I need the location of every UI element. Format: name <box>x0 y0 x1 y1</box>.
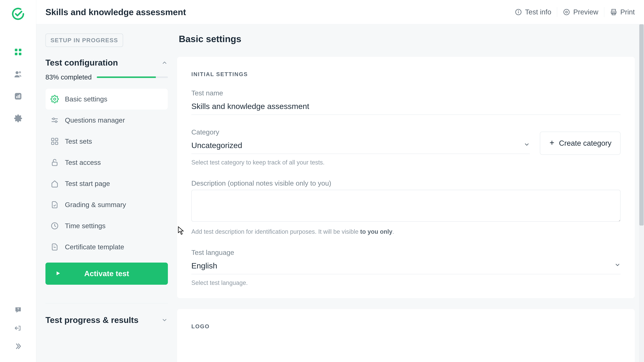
create-category-label: Create category <box>559 139 612 148</box>
svg-rect-24 <box>55 138 58 141</box>
svg-rect-8 <box>18 95 18 98</box>
rail-expand-icon[interactable] <box>0 337 36 355</box>
gear-icon <box>50 95 59 103</box>
nav-test-start-page[interactable]: Test start page <box>46 173 168 194</box>
test-progress-results-title: Test progress & results <box>46 315 138 325</box>
test-name-label: Test name <box>191 89 620 97</box>
svg-point-4 <box>16 71 18 74</box>
description-help: Add test description for identification … <box>191 228 620 235</box>
progress-fill <box>97 76 156 78</box>
category-label: Category <box>191 128 530 136</box>
nav-time-settings-label: Time settings <box>65 222 106 230</box>
file-check-icon <box>50 200 59 209</box>
svg-marker-29 <box>57 272 60 275</box>
svg-rect-3 <box>19 53 21 55</box>
left-rail: ? <box>0 0 36 362</box>
svg-rect-7 <box>16 96 17 98</box>
rail-settings-icon[interactable] <box>0 107 36 130</box>
scrollbar-thumb[interactable] <box>639 24 644 226</box>
category-value: Uncategorized <box>191 141 242 150</box>
activate-test-label: Activate test <box>84 269 129 278</box>
certificate-icon <box>50 243 59 251</box>
nav-test-sets[interactable]: Test sets <box>46 131 168 152</box>
setup-status-badge: SETUP IN PROGRESS <box>46 34 123 47</box>
initial-settings-card: INITIAL SETTINGS Test name Category Unca… <box>177 57 635 298</box>
rail-dashboard-icon[interactable] <box>0 41 36 63</box>
svg-rect-2 <box>15 53 17 55</box>
rail-help-icon[interactable]: ? <box>0 301 36 319</box>
svg-point-5 <box>19 71 21 74</box>
category-select[interactable]: Uncategorized <box>191 139 530 154</box>
preview-label: Preview <box>573 8 598 16</box>
svg-point-18 <box>54 98 56 100</box>
nav-grading-summary-label: Grading & summary <box>65 201 126 209</box>
svg-point-15 <box>566 11 568 13</box>
description-label: Description (optional notes visible only… <box>191 180 620 187</box>
svg-point-22 <box>55 121 57 122</box>
nav-grading-summary[interactable]: Grading & summary <box>46 194 168 215</box>
svg-rect-9 <box>19 94 20 98</box>
header-separator <box>604 7 604 17</box>
unlock-icon <box>50 158 59 167</box>
panel-title: Basic settings <box>179 34 635 44</box>
create-category-button[interactable]: Create category <box>540 132 620 155</box>
test-info-label: Test info <box>525 8 551 16</box>
page-title: Skills and knowledge assessment <box>46 7 186 17</box>
chevron-down-icon <box>614 262 620 270</box>
nav-test-start-page-label: Test start page <box>65 180 110 188</box>
chevron-down-icon <box>524 142 530 149</box>
nav-test-sets-label: Test sets <box>65 138 92 145</box>
svg-rect-27 <box>52 162 57 166</box>
print-label: Print <box>620 8 635 16</box>
logo-card: LOGO <box>177 309 635 362</box>
test-info-button[interactable]: Test info <box>515 8 551 16</box>
app-logo[interactable] <box>11 7 25 22</box>
scrollbar-track[interactable] <box>639 24 644 362</box>
test-configuration-toggle[interactable]: Test configuration <box>46 58 168 68</box>
nav-questions-manager-label: Questions manager <box>65 116 125 124</box>
language-label: Test language <box>191 249 620 256</box>
nav-test-access-label: Test access <box>65 158 101 166</box>
nav-time-settings[interactable]: Time settings <box>46 215 168 236</box>
progress-label: 83% completed <box>46 74 92 81</box>
clock-icon <box>50 222 59 230</box>
svg-rect-1 <box>19 49 21 51</box>
print-button[interactable]: Print <box>610 8 635 16</box>
rail-users-icon[interactable] <box>0 63 36 85</box>
language-select[interactable]: English <box>191 259 620 274</box>
svg-point-21 <box>53 118 54 120</box>
home-icon <box>50 180 59 188</box>
initial-settings-heading: INITIAL SETTINGS <box>191 71 620 78</box>
svg-point-13 <box>518 11 518 11</box>
top-header: Skills and knowledge assessment Test inf… <box>36 0 644 24</box>
nav-certificate-template-label: Certificate template <box>65 243 124 251</box>
chevron-up-icon <box>161 59 168 66</box>
description-textarea[interactable] <box>191 190 620 222</box>
activate-test-button[interactable]: Activate test <box>46 262 168 285</box>
nav-basic-settings[interactable]: Basic settings <box>46 88 168 110</box>
main-panel: Basic settings INITIAL SETTINGS Test nam… <box>177 24 644 362</box>
config-sidebar: SETUP IN PROGRESS Test configuration 83%… <box>36 24 177 362</box>
svg-point-14 <box>564 10 569 15</box>
header-separator <box>557 7 557 17</box>
svg-text:?: ? <box>17 307 19 311</box>
nav-test-access[interactable]: Test access <box>46 152 168 173</box>
progress-bar <box>97 76 168 78</box>
chevron-down-icon <box>161 317 168 324</box>
test-progress-results-toggle[interactable]: Test progress & results <box>46 315 168 325</box>
rail-logout-icon[interactable] <box>0 319 36 337</box>
language-help: Select test language. <box>191 279 620 286</box>
sliders-icon <box>50 116 59 124</box>
grid-icon <box>50 137 59 146</box>
preview-button[interactable]: Preview <box>563 8 598 16</box>
nav-basic-settings-label: Basic settings <box>65 95 107 103</box>
nav-questions-manager[interactable]: Questions manager <box>46 110 168 131</box>
test-name-input[interactable] <box>191 100 620 115</box>
play-icon <box>55 269 61 278</box>
svg-rect-23 <box>52 138 54 141</box>
logo-heading: LOGO <box>191 323 620 330</box>
test-configuration-title: Test configuration <box>46 58 118 68</box>
nav-certificate-template[interactable]: Certificate template <box>46 236 168 258</box>
svg-rect-0 <box>15 49 17 51</box>
rail-reports-icon[interactable] <box>0 85 36 107</box>
